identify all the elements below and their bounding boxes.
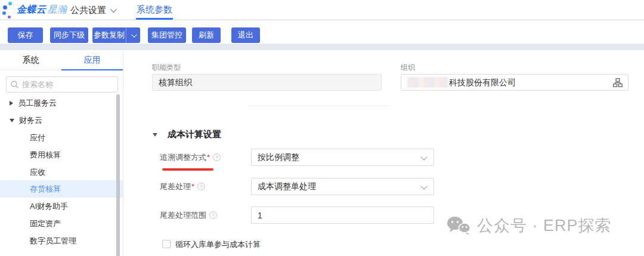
app-window: 金蝶云 星瀚 公共设置 系统参数 保存 同步下级 参数复制 集团管控 刷新 退出… xyxy=(0,0,644,256)
sync-subordinate-button[interactable]: 同步下级 xyxy=(50,27,88,43)
tree-item-label: AI财务助手 xyxy=(30,201,68,212)
tree-item-label: 固定资产 xyxy=(30,218,61,229)
menu-label: 公共设置 xyxy=(70,0,106,20)
wechat-icon xyxy=(446,215,471,236)
tree-item-label: 应付 xyxy=(30,132,45,143)
tail-diff-range-input[interactable] xyxy=(251,206,434,224)
org-chart-icon[interactable] xyxy=(613,78,623,87)
exit-button[interactable]: 退出 xyxy=(231,27,260,43)
parameter-copy-dropdown-button[interactable] xyxy=(126,27,140,43)
chevron-down-icon xyxy=(420,183,427,189)
help-icon[interactable]: ? xyxy=(197,183,205,190)
tree-item-accounts-receivable[interactable]: 应收 xyxy=(0,164,123,181)
tree-item-ai-finance-assistant[interactable]: AI财务助手 xyxy=(0,198,123,215)
trace-adjust-mode-select[interactable]: 按比例调整 xyxy=(251,149,434,166)
loop-inbound-checkbox[interactable] xyxy=(162,240,171,248)
tree-item-expense-accounting[interactable]: 费用核算 xyxy=(0,146,123,164)
logo-dots-icon xyxy=(2,2,17,18)
chevron-down-icon xyxy=(420,153,427,160)
red-highlight-underline xyxy=(162,168,213,171)
help-icon[interactable]: ? xyxy=(209,211,217,219)
sidebar-search xyxy=(6,76,118,92)
parameter-copy-button[interactable]: 参数复制 xyxy=(92,27,126,43)
tab-system-parameters[interactable]: 系统参数 xyxy=(136,0,173,20)
required-asterisk: * xyxy=(191,182,194,191)
trace-adjust-mode-label: 追溯调整方式* ? xyxy=(160,149,221,166)
tree-item-employee-service-cloud[interactable]: 员工服务云 xyxy=(0,94,123,112)
tail-diff-label: 尾差处理* ? xyxy=(160,178,205,195)
loop-inbound-checkbox-label[interactable]: 循环入库单参与成本计算 xyxy=(175,240,261,249)
chevron-down-icon xyxy=(110,5,117,12)
select-value: 按比例调整 xyxy=(258,152,299,162)
cost-calc-section-header[interactable]: 成本计算设置 xyxy=(153,129,221,140)
tree-item-label: 费用核算 xyxy=(30,150,61,161)
parameter-copy-split-button: 参数复制 xyxy=(92,27,140,43)
tail-diff-select[interactable]: 成本调整单处理 xyxy=(251,178,434,195)
tree-item-label: 应收 xyxy=(30,167,45,178)
tail-diff-range-label: 尾差处理范围 ? xyxy=(160,206,217,224)
tree-item-fixed-assets[interactable]: 固定资产 xyxy=(0,215,123,232)
chevron-right-icon xyxy=(10,101,13,106)
chevron-down-icon xyxy=(10,119,14,122)
section-divider xyxy=(249,106,389,106)
chevron-down-icon xyxy=(131,32,137,38)
group-control-button[interactable]: 集团管控 xyxy=(148,27,186,43)
chevron-down-icon xyxy=(153,133,157,137)
redacted-text xyxy=(407,77,448,88)
app-header: 金蝶云 星瀚 公共设置 系统参数 xyxy=(0,0,644,20)
panel-divider xyxy=(123,50,123,256)
sidebar-tabs: 系统 应用 xyxy=(0,50,123,70)
watermark-text: 公众号 · ERP探索 xyxy=(477,215,612,236)
tree-item-digital-employee[interactable]: 数字员工管理 xyxy=(0,232,123,249)
watermark: 公众号 · ERP探索 xyxy=(446,215,612,236)
tree-item-label: 财务云 xyxy=(19,115,42,126)
brand-name-secondary: 星瀚 xyxy=(48,4,67,16)
search-input[interactable] xyxy=(22,80,106,89)
select-value: 成本调整单处理 xyxy=(258,181,316,191)
function-type-field[interactable]: 核算组织 xyxy=(152,74,382,91)
tree-item-label: 存货核算 xyxy=(30,184,61,195)
help-icon[interactable]: ? xyxy=(213,153,221,161)
sidebar-scrollbar[interactable] xyxy=(116,94,120,256)
organization-field[interactable]: 科技股份有限公司 xyxy=(401,74,628,91)
tree-item-clipped[interactable]: 财务报表 xyxy=(0,251,123,256)
action-toolbar: 保存 同步下级 参数复制 集团管控 刷新 退出 xyxy=(0,20,644,44)
tree-item-label: 员工服务云 xyxy=(18,98,57,109)
organization-value: 科技股份有限公司 xyxy=(449,75,516,90)
refresh-button[interactable]: 刷新 xyxy=(192,27,221,43)
tree-item-accounts-payable[interactable]: 应付 xyxy=(0,129,123,146)
app-logo: 金蝶云 星瀚 xyxy=(2,1,67,18)
search-icon xyxy=(11,81,18,88)
function-type-label: 职能类型 xyxy=(152,63,181,73)
tab-application[interactable]: 应用 xyxy=(61,50,123,70)
brand-name-primary: 金蝶云 xyxy=(17,4,47,16)
tree-item-label: 数字员工管理 xyxy=(30,236,76,246)
save-button[interactable]: 保存 xyxy=(8,27,43,43)
tree-item-inventory-accounting[interactable]: 存货核算 xyxy=(0,180,123,198)
tree-item-finance-cloud[interactable]: 财务云 xyxy=(0,112,123,129)
organization-label: 组织 xyxy=(401,63,415,73)
tab-system[interactable]: 系统 xyxy=(0,50,61,70)
required-asterisk: * xyxy=(207,153,210,162)
menu-public-settings[interactable]: 公共设置 xyxy=(70,0,115,20)
section-title: 成本计算设置 xyxy=(168,129,221,140)
